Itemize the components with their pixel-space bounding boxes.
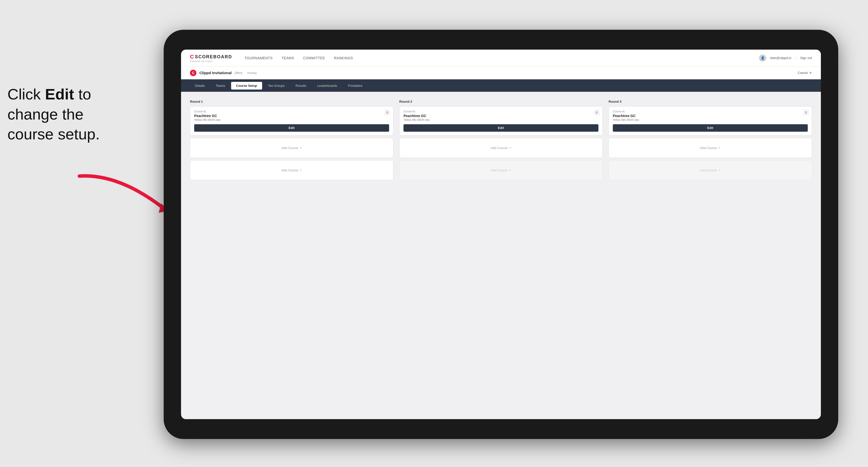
cancel-button[interactable]: Cancel ✕: [798, 71, 812, 75]
round-2-delete-icon[interactable]: 🗑: [594, 110, 599, 115]
pipe-separator: |: [795, 56, 796, 60]
round-1-course-card: 🗑 (Course A) Peachtree GC Yellow (M) (66…: [190, 106, 393, 135]
add-course-2-1-plus: +: [509, 146, 512, 150]
main-content: Round 1 🗑 (Course A) Peachtree GC Yellow…: [181, 92, 821, 419]
round-3-add-course-1[interactable]: Add Course +: [609, 138, 812, 158]
round-2-course-badge: (Course A): [403, 110, 598, 113]
nav-committee[interactable]: COMMITTEE: [303, 55, 325, 61]
round-2-add-course-1[interactable]: Add Course +: [399, 138, 602, 158]
tablet-device: C SCOREBOARD Powered by clippd TOURNAMEN…: [164, 30, 838, 439]
round-3-column: Round 3 🗑 (Course A) Peachtree GC Yellow…: [609, 100, 812, 183]
tab-leaderboards[interactable]: Leaderboards: [312, 82, 342, 90]
tournament-name: Clippd Invitational: [199, 71, 231, 75]
tab-teams[interactable]: Teams: [211, 82, 230, 90]
add-course-1-1-plus: +: [300, 146, 302, 150]
round-2-course-card: 🗑 (Course A) Peachtree GC Yellow (M) (66…: [399, 106, 602, 135]
add-course-2-2-text: Add Course: [491, 168, 508, 172]
round-1-column: Round 1 🗑 (Course A) Peachtree GC Yellow…: [190, 100, 393, 183]
round-3-add-course-2: Add Course +: [609, 160, 812, 180]
tournament-gender: (Men): [235, 71, 242, 75]
instruction-text: Click Edit tochange thecourse setup.: [7, 84, 100, 144]
round-3-course-badge: (Course A): [613, 110, 808, 113]
logo-scoreboard-text: SCOREBOARD: [195, 55, 232, 59]
round-1-label: Round 1: [190, 100, 393, 103]
round-1-course-name: Peachtree GC: [194, 114, 389, 118]
sub-header: C Clippd Invitational (Men) Hosting Canc…: [181, 66, 821, 80]
bold-edit: Edit: [45, 86, 74, 103]
add-course-2-1-text: Add Course: [491, 146, 508, 150]
tab-tee-groups[interactable]: Tee Groups: [263, 82, 290, 90]
round-1-edit-button[interactable]: Edit: [194, 124, 389, 132]
add-course-1-1-text: Add Course: [281, 146, 298, 150]
logo-area: C SCOREBOARD Powered by clippd: [190, 54, 232, 62]
rounds-grid: Round 1 🗑 (Course A) Peachtree GC Yellow…: [190, 100, 812, 183]
round-2-add-course-2: Add Course +: [399, 160, 602, 180]
add-course-1-2-plus: +: [300, 168, 302, 173]
round-3-edit-button[interactable]: Edit: [613, 124, 808, 132]
tab-course-setup[interactable]: Course Setup: [231, 82, 262, 90]
round-3-label: Round 3: [609, 100, 812, 103]
round-2-column: Round 2 🗑 (Course A) Peachtree GC Yellow…: [399, 100, 602, 183]
add-course-3-1-text: Add Course: [700, 146, 717, 150]
round-3-course-name: Peachtree GC: [613, 114, 808, 118]
round-2-course-name: Peachtree GC: [403, 114, 598, 118]
nav-rankings[interactable]: RANKINGS: [334, 55, 353, 61]
round-2-course-details: Yellow (M) (6629 yds): [403, 118, 598, 121]
nav-tournaments[interactable]: TOURNAMENTS: [245, 55, 273, 61]
add-course-2-2-plus: +: [509, 168, 512, 173]
tournament-logo: C: [190, 70, 196, 76]
user-avatar: 👤: [759, 55, 766, 62]
logo-sub-text: Powered by clippd: [190, 60, 232, 62]
tabs-bar: Details Teams Course Setup Tee Groups Re…: [181, 80, 821, 92]
nav-teams[interactable]: TEAMS: [281, 55, 294, 61]
round-3-course-card: 🗑 (Course A) Peachtree GC Yellow (M) (66…: [609, 106, 812, 135]
top-navigation: C SCOREBOARD Powered by clippd TOURNAMEN…: [181, 50, 821, 66]
round-2-edit-button[interactable]: Edit: [403, 124, 598, 132]
round-3-course-details: Yellow (M) (6629 yds): [613, 118, 808, 121]
round-1-course-details: Yellow (M) (6629 yds): [194, 118, 389, 121]
add-course-3-2-plus: +: [718, 168, 721, 173]
round-1-course-badge: (Course A): [194, 110, 389, 113]
round-3-delete-icon[interactable]: 🗑: [803, 110, 809, 115]
add-course-3-2-text: Add Course: [700, 168, 717, 172]
user-email: blair@clippd.io: [770, 56, 791, 60]
add-course-1-2-text: Add Course: [281, 168, 298, 172]
tab-results[interactable]: Results: [291, 82, 311, 90]
tab-details[interactable]: Details: [190, 82, 210, 90]
add-course-3-1-plus: +: [718, 146, 721, 150]
round-1-delete-icon[interactable]: 🗑: [385, 110, 390, 115]
round-2-label: Round 2: [399, 100, 602, 103]
round-1-add-course-1[interactable]: Add Course +: [190, 138, 393, 158]
tablet-screen: C SCOREBOARD Powered by clippd TOURNAMEN…: [181, 50, 821, 419]
sub-header-left: C Clippd Invitational (Men) Hosting: [190, 70, 798, 76]
nav-right: 👤 blair@clippd.io | Sign out: [759, 55, 812, 62]
tab-printables[interactable]: Printables: [343, 82, 367, 90]
sign-out-link[interactable]: Sign out: [800, 56, 812, 60]
nav-links: TOURNAMENTS TEAMS COMMITTEE RANKINGS: [245, 55, 760, 61]
round-1-add-course-2[interactable]: Add Course +: [190, 160, 393, 180]
hosting-badge: Hosting: [247, 71, 256, 74]
logo-c-letter: C: [190, 54, 194, 60]
